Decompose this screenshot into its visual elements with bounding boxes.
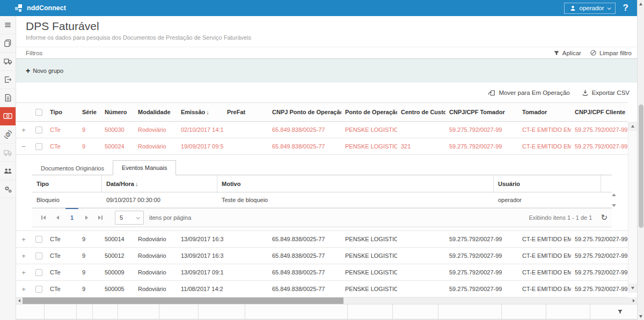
detail-column-motivo[interactable]: Motivo [217, 175, 494, 192]
sidebar-item-document[interactable] [0, 89, 16, 107]
row-expander[interactable]: + [16, 252, 31, 260]
table-row-expanded[interactable]: − CTe 9 500024 Rodoviário 19/09/2017 09:… [16, 138, 628, 155]
column-header-tomador[interactable]: Tomador [518, 109, 571, 115]
column-header-prefat[interactable]: PreFat [223, 109, 268, 115]
per-page-label: itens por página [149, 214, 191, 221]
cell-cnpj-cliente: 59.275.792/0027-99 [571, 236, 628, 242]
clear-filter-button[interactable]: Limpar filtro [590, 49, 632, 56]
cell-ponto: PENSKE LOGISTICS C... [341, 236, 397, 242]
pager-next-button[interactable] [79, 209, 93, 227]
new-group-button[interactable]: + Novo grupo [26, 66, 63, 75]
sidebar-menu-toggle[interactable] [0, 16, 16, 34]
row-checkbox[interactable] [35, 286, 42, 293]
row-expander[interactable]: + [16, 269, 31, 277]
detail-column-filler [601, 175, 612, 192]
column-header-emissao[interactable]: Emissão↓ [177, 109, 223, 115]
row-checkbox[interactable] [35, 252, 42, 259]
row-checkbox[interactable] [35, 126, 42, 133]
table-row[interactable]: + CTe 9 500014 Rodoviário 13/09/2017 16:… [16, 231, 628, 248]
row-checkbox[interactable] [35, 236, 42, 243]
page-scroll-down-button[interactable] [638, 312, 644, 320]
refresh-icon[interactable]: ↻ [601, 213, 608, 222]
column-header-cnpj-ponto[interactable]: CNPJ Ponto de Operação [268, 109, 341, 115]
sidebar-item-dps-faturavel[interactable] [0, 107, 16, 125]
scroll-left-button[interactable] [16, 297, 23, 304]
funnel-icon [553, 50, 560, 56]
tab-eventos-manuais[interactable]: Eventos Manuais [113, 160, 176, 175]
chevron-down-icon [607, 6, 611, 10]
column-header-numero[interactable]: Número [101, 109, 134, 115]
brand-name: nddConnect [27, 4, 66, 12]
cell-tipo: CTe [46, 236, 78, 242]
row-expander[interactable]: + [16, 235, 31, 243]
row-expander[interactable]: + [16, 285, 31, 293]
column-header-ponto[interactable]: Ponto de Operação [341, 109, 397, 115]
sidebar-item-settings[interactable] [0, 180, 16, 198]
sidebar-item-transport[interactable] [0, 53, 16, 71]
horizontal-scroll-thumb[interactable] [23, 297, 343, 304]
table-row[interactable]: + CTe 9 500009 Rodoviário 13/09/2017 09:… [16, 264, 628, 281]
cell-serie: 9 [78, 269, 101, 276]
cell-cnpj-tomador: 59.275.792/0027-99 [445, 252, 518, 259]
scroll-right-button[interactable] [631, 297, 637, 304]
column-header-tipo[interactable]: Tipo [46, 109, 78, 115]
slash-circle-icon [590, 49, 597, 56]
column-header-modalidade[interactable]: Modalidade [134, 109, 177, 115]
coin-sync-icon: $ [4, 130, 12, 139]
filter-icon[interactable] [617, 309, 623, 315]
page-scroll-thumb[interactable] [639, 105, 643, 228]
scroll-down-icon[interactable] [612, 204, 616, 207]
page-subtitle: Informe os dados para pesquisa dos Docum… [26, 34, 637, 41]
apply-filter-button[interactable]: Aplicar [553, 49, 581, 56]
detail-column-usuario[interactable]: Usuário [494, 175, 601, 192]
row-expander[interactable]: + [16, 126, 31, 134]
brand[interactable]: nddConnect [15, 4, 66, 12]
column-header-cnpj-tomador[interactable]: CNPJ/CPF Tomador [445, 109, 518, 115]
page-size-select[interactable]: 5 [115, 211, 144, 225]
move-to-operation-button[interactable]: Mover para Em Operação [488, 89, 569, 96]
sidebar-item-users[interactable] [0, 162, 16, 180]
row-checkbox[interactable] [35, 269, 42, 276]
pager-last-button[interactable] [93, 209, 107, 227]
tab-documentos-originarios[interactable]: Documentos Originários [32, 161, 113, 175]
sidebar-item-documents[interactable] [0, 34, 16, 53]
pager-current-page[interactable]: 1 [64, 214, 79, 221]
column-header-centro-custo[interactable]: Centro de Custo [397, 109, 445, 115]
export-csv-button[interactable]: Exportar CSV [582, 89, 630, 96]
page-size-value: 5 [120, 214, 123, 221]
detail-column-tipo[interactable]: Tipo [32, 175, 102, 192]
column-header-cnpj-cliente[interactable]: CNPJ/CPF Cliente [571, 109, 628, 115]
user-menu-button[interactable]: operador [564, 3, 616, 14]
pager-prev-button[interactable] [50, 209, 64, 227]
detail-row[interactable]: Bloqueio 09/10/2017 00:30:00 Teste de bl… [32, 192, 612, 208]
detail-column-datahora[interactable]: Data/Hora↓ [102, 175, 217, 192]
banknote-icon [3, 112, 12, 120]
cell-modalidade: Rodoviário [134, 286, 177, 292]
sidebar-item-delivery[interactable] [0, 144, 16, 162]
grid-horizontal-scrollbar[interactable] [16, 297, 637, 304]
user-name: operador [580, 5, 604, 11]
emissao-label: Emissão [181, 109, 205, 115]
row-collapser[interactable]: − [16, 143, 31, 151]
help-button[interactable]: ? [621, 3, 634, 13]
sidebar-item-payment-sync[interactable]: $ [0, 125, 16, 144]
brand-logo-icon [15, 4, 24, 12]
scroll-down-button[interactable] [628, 284, 637, 293]
scroll-up-icon[interactable] [612, 194, 616, 196]
column-header-serie[interactable]: Série [78, 109, 101, 115]
grid-vertical-scrollbar[interactable] [628, 122, 637, 293]
cell-emissao: 13/09/2017 09:11 [177, 269, 223, 276]
row-checkbox[interactable] [35, 143, 42, 150]
page-scroll-up-button[interactable] [638, 0, 644, 8]
sidebar-item-export[interactable] [0, 71, 16, 89]
pager-first-button[interactable] [36, 209, 50, 227]
select-all-checkbox[interactable] [35, 109, 42, 116]
page-scrollbar[interactable] [637, 0, 644, 320]
detail-header-row: Tipo Data/Hora↓ Motivo Usuário [32, 175, 612, 192]
svg-text:$: $ [7, 132, 9, 136]
table-row[interactable]: + CTe 9 500012 Rodoviário 13/09/2017 16:… [16, 248, 628, 264]
table-row[interactable]: + CTe 9 500030 Rodoviário 02/10/2017 14:… [16, 122, 628, 138]
table-row[interactable]: + CTe 9 500005 Rodoviário 11/08/2017 14:… [16, 281, 628, 297]
detail-scrollbar[interactable] [612, 192, 616, 208]
scroll-up-button[interactable] [628, 122, 637, 131]
